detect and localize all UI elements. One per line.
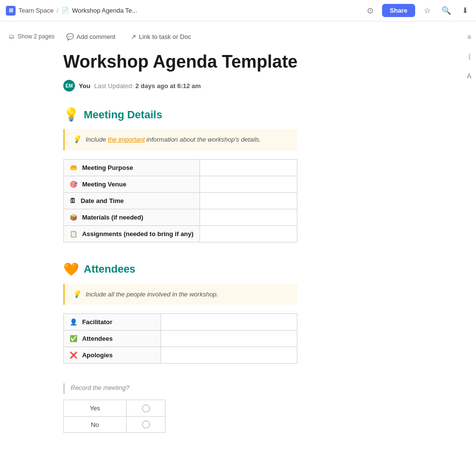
attendees-value[interactable] xyxy=(161,331,297,347)
meeting-venue-text: Meeting Venue xyxy=(82,181,127,188)
app-icon: ⊞ xyxy=(6,6,16,16)
meeting-details-section: 💡 Meeting Details 💡 Include the importan… xyxy=(63,107,297,242)
meeting-details-table: 🤲 Meeting Purpose 🎯 Meeting Venue xyxy=(63,159,297,242)
sidebar-toggle-label: Show 2 pages xyxy=(18,33,55,40)
assignments-label: 📋 Assignments (needed to bring if any) xyxy=(64,225,200,242)
assignments-suffix: (needed to bring if any) xyxy=(124,230,194,238)
table-row: 📦 Materials (if needed) xyxy=(64,209,297,225)
yes-radio-cell[interactable] xyxy=(127,400,165,417)
date-time-label: 🗓 Date and Time xyxy=(64,192,200,209)
attendees-emoji: 🧡 xyxy=(63,262,79,277)
link-to-task-button[interactable]: ↗ Link to task or Doc xyxy=(128,31,194,42)
star-icon-btn[interactable]: ☆ xyxy=(422,4,433,17)
doc-title[interactable]: Workshop Agenda Te... xyxy=(72,7,137,14)
attendees-label: ✅ Attendees xyxy=(64,331,161,347)
assignments-value[interactable] xyxy=(200,225,297,242)
table-row: 🎯 Meeting Venue xyxy=(64,176,297,192)
team-space-link[interactable]: Team Space xyxy=(18,7,54,14)
right-tools: ≡ ⟨ A xyxy=(462,21,476,92)
attendees-check-emoji: ✅ xyxy=(70,335,77,342)
materials-label: 📦 Materials (if needed) xyxy=(64,209,200,225)
breadcrumb-separator: / xyxy=(56,7,58,14)
meeting-details-emoji: 💡 xyxy=(63,107,79,122)
font-size-icon-btn[interactable]: A xyxy=(463,70,475,82)
outline-icon-btn[interactable]: ≡ xyxy=(463,31,475,43)
materials-suffix: (if needed) xyxy=(111,214,144,221)
attendees-callout: 💡 Include all the people involved in the… xyxy=(63,284,297,305)
table-row: ✅ Attendees xyxy=(64,331,297,347)
meeting-details-title: Meeting Details xyxy=(84,109,162,121)
date-time-emoji: 🗓 xyxy=(70,197,76,204)
callout-text: Include the important information about … xyxy=(86,135,261,145)
apologies-value[interactable] xyxy=(161,347,297,364)
apologies-emoji: ❌ xyxy=(70,351,77,359)
materials-value[interactable] xyxy=(200,209,297,225)
comment-icon: 💬 xyxy=(66,33,74,40)
search-icon-btn[interactable]: 🔍 xyxy=(439,4,453,17)
author-name: You xyxy=(79,82,91,90)
meeting-purpose-value[interactable] xyxy=(200,159,297,176)
table-row: 🗓 Date and Time xyxy=(64,192,297,209)
meeting-purpose-emoji: 🤲 xyxy=(70,164,77,171)
download-icon-btn[interactable]: ⬇ xyxy=(460,4,470,17)
facilitator-text: Facilitator xyxy=(82,318,112,326)
doc-icon: 📄 xyxy=(61,7,69,14)
yes-radio[interactable] xyxy=(142,405,150,412)
meeting-venue-value[interactable] xyxy=(200,176,297,192)
no-row: No xyxy=(64,416,165,433)
add-comment-label: Add comment xyxy=(76,33,115,40)
author-row: EM You Last Updated: 2 days ago at 6:12 … xyxy=(63,80,297,92)
attendees-title: Attendees xyxy=(84,263,135,276)
facilitator-label: 👤 Facilitator xyxy=(64,314,161,331)
avatar: EM xyxy=(63,80,75,92)
attendees-callout-text: Include all the people involved in the w… xyxy=(86,290,218,299)
yes-label: Yes xyxy=(64,400,127,417)
radio-table: Yes No xyxy=(63,400,165,433)
add-comment-button[interactable]: 💬 Add comment xyxy=(63,31,118,42)
meeting-purpose-label: 🤲 Meeting Purpose xyxy=(64,159,200,176)
last-updated: Last Updated: 2 days ago at 6:12 am xyxy=(94,82,201,90)
no-radio-cell[interactable] xyxy=(127,416,165,433)
materials-text: Materials xyxy=(82,214,110,221)
assignments-emoji: 📋 xyxy=(70,230,77,238)
attendees-table: 👤 Facilitator ✅ Attendees xyxy=(63,313,297,364)
materials-emoji: 📦 xyxy=(70,214,77,221)
attendees-section: 🧡 Attendees 💡 Include all the people inv… xyxy=(63,262,297,364)
settings-icon-btn[interactable]: ⊙ xyxy=(365,4,375,17)
apologies-label: ❌ Apologies xyxy=(64,347,161,364)
layout: 🗂 Show 2 pages ≡ ⟨ A 💬 Add comment ↗ Lin… xyxy=(0,21,476,460)
date-time-value[interactable] xyxy=(200,192,297,209)
page-title: Workshop Agenda Template xyxy=(63,51,297,72)
callout-icon: 💡 xyxy=(73,135,81,143)
record-section: Record the meeting? Yes No xyxy=(63,383,297,433)
no-radio[interactable] xyxy=(142,421,150,428)
topbar: ⊞ Team Space / 📄 Workshop Agenda Te... ⊙… xyxy=(0,0,476,21)
yes-row: Yes xyxy=(64,400,165,417)
table-row: 📋 Assignments (needed to bring if any) xyxy=(64,225,297,242)
meeting-details-heading: 💡 Meeting Details xyxy=(63,107,297,122)
no-label: No xyxy=(64,416,127,433)
sidebar-toggle-icon: 🗂 xyxy=(9,33,15,40)
facilitator-emoji: 👤 xyxy=(70,318,77,326)
last-updated-value: 2 days ago at 6:12 am xyxy=(135,82,201,90)
record-label: Record the meeting? xyxy=(71,383,129,392)
apologies-text: Apologies xyxy=(82,351,113,359)
last-updated-label: Last Updated: xyxy=(94,82,134,90)
table-row: 🤲 Meeting Purpose xyxy=(64,159,297,176)
link-label: Link to task or Doc xyxy=(139,33,191,40)
link-icon: ↗ xyxy=(131,33,136,40)
topbar-right: ⊙ Share ☆ 🔍 ⬇ xyxy=(365,4,470,17)
sidebar-toggle[interactable]: 🗂 Show 2 pages xyxy=(5,31,58,42)
record-question: Record the meeting? xyxy=(63,383,297,394)
date-time-text: Date and Time xyxy=(81,197,124,204)
attendees-heading: 🧡 Attendees xyxy=(63,262,297,277)
table-row: 👤 Facilitator xyxy=(64,314,297,331)
attendees-text: Attendees xyxy=(82,335,113,342)
topbar-left: ⊞ Team Space / 📄 Workshop Agenda Te... xyxy=(6,6,137,16)
collapse-icon-btn[interactable]: ⟨ xyxy=(463,51,475,62)
attendees-callout-icon: 💡 xyxy=(73,290,81,298)
table-row: ❌ Apologies xyxy=(64,347,297,364)
facilitator-value[interactable] xyxy=(161,314,297,331)
share-button[interactable]: Share xyxy=(382,4,415,17)
toolbar-row: 💬 Add comment ↗ Link to task or Doc xyxy=(63,31,297,42)
